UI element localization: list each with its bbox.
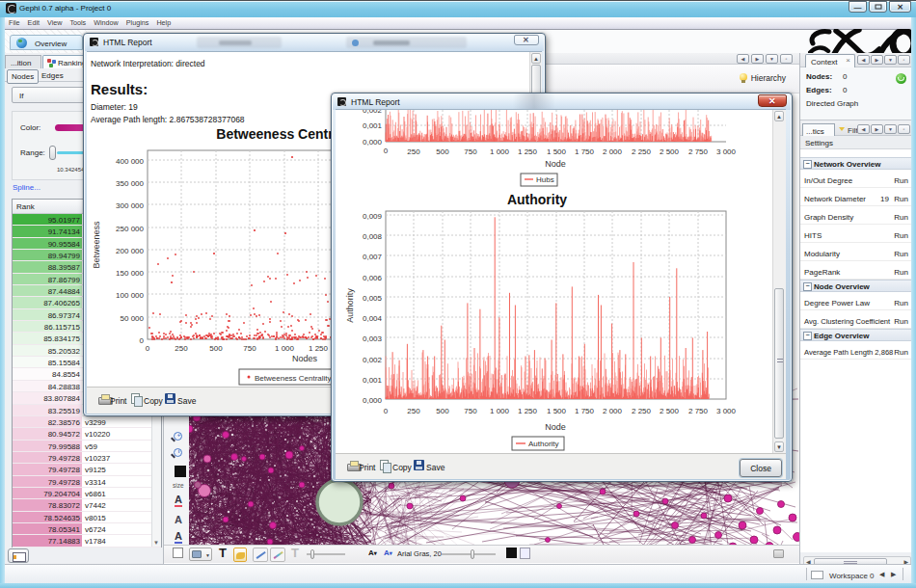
svg-text:250: 250 xyxy=(407,147,420,156)
svg-text:400 000: 400 000 xyxy=(116,157,144,166)
svg-text:0,002: 0,002 xyxy=(363,110,383,115)
svg-text:1 000: 1 000 xyxy=(490,147,510,156)
svg-text:750: 750 xyxy=(243,344,256,353)
svg-text:750: 750 xyxy=(464,407,477,415)
svg-text:0: 0 xyxy=(140,336,145,345)
svg-text:3 000: 3 000 xyxy=(716,147,737,156)
svg-text:250: 250 xyxy=(407,407,420,415)
svg-text:0,003: 0,003 xyxy=(363,334,383,343)
svg-text:Hubs: Hubs xyxy=(536,175,554,184)
svg-text:1 000: 1 000 xyxy=(490,407,510,415)
svg-text:Diameter: 19: Diameter: 19 xyxy=(91,102,138,112)
svg-text:Node: Node xyxy=(545,422,566,432)
svg-text:2 000: 2 000 xyxy=(603,147,623,156)
svg-text:300 000: 300 000 xyxy=(116,201,144,210)
svg-text:Authority: Authority xyxy=(528,440,559,448)
svg-text:1 500: 1 500 xyxy=(547,147,567,156)
svg-text:Network Interpretation: direct: Network Interpretation: directed xyxy=(91,59,205,68)
svg-text:0,004: 0,004 xyxy=(363,314,383,323)
svg-text:0,009: 0,009 xyxy=(363,212,383,221)
svg-text:2 250: 2 250 xyxy=(632,147,652,156)
svg-text:1 250: 1 250 xyxy=(309,344,329,353)
svg-text:500: 500 xyxy=(209,344,223,353)
svg-text:1 250: 1 250 xyxy=(518,147,538,156)
svg-text:1 500: 1 500 xyxy=(547,407,567,415)
svg-text:750: 750 xyxy=(464,147,477,156)
svg-text:0,001: 0,001 xyxy=(363,121,383,130)
svg-text:3 000: 3 000 xyxy=(716,407,737,415)
svg-text:0,006: 0,006 xyxy=(363,274,383,282)
svg-text:Betweeness: Betweeness xyxy=(92,221,101,269)
svg-text:Results:: Results: xyxy=(91,81,148,97)
svg-text:Nodes: Nodes xyxy=(292,354,318,363)
svg-text:1 750: 1 750 xyxy=(575,147,595,156)
svg-text:1 000: 1 000 xyxy=(275,344,295,353)
svg-text:0,002: 0,002 xyxy=(363,356,383,364)
svg-text:Authority: Authority xyxy=(345,288,355,323)
svg-text:500: 500 xyxy=(436,407,449,415)
svg-text:2 750: 2 750 xyxy=(688,147,709,156)
svg-text:0: 0 xyxy=(384,147,389,155)
svg-text:Average Path length: 2.8675387: Average Path length: 2.867538728377068 xyxy=(91,115,245,124)
svg-text:350 000: 350 000 xyxy=(116,179,144,188)
svg-text:Authority: Authority xyxy=(507,192,567,207)
svg-text:0,008: 0,008 xyxy=(363,232,383,241)
svg-text:0: 0 xyxy=(146,344,150,353)
svg-text:250: 250 xyxy=(175,344,188,353)
svg-text:150 000: 150 000 xyxy=(116,269,144,278)
svg-text:2 500: 2 500 xyxy=(660,407,680,415)
svg-text:2 250: 2 250 xyxy=(632,407,652,415)
svg-text:100 000: 100 000 xyxy=(116,291,144,300)
svg-text:200 000: 200 000 xyxy=(116,247,144,255)
svg-text:250 000: 250 000 xyxy=(116,225,144,233)
svg-text:2 000: 2 000 xyxy=(603,407,623,415)
svg-text:1 750: 1 750 xyxy=(575,407,595,415)
svg-text:2 750: 2 750 xyxy=(688,407,709,415)
svg-text:0,001: 0,001 xyxy=(363,376,383,385)
svg-text:0,005: 0,005 xyxy=(363,294,383,303)
svg-text:0: 0 xyxy=(384,407,389,415)
svg-text:50 000: 50 000 xyxy=(121,314,145,323)
svg-text:0,000: 0,000 xyxy=(363,138,383,147)
svg-text:2 500: 2 500 xyxy=(660,147,680,156)
svg-text:1 250: 1 250 xyxy=(518,407,538,415)
svg-text:Node: Node xyxy=(545,159,566,169)
svg-text:500: 500 xyxy=(436,147,449,156)
svg-text:0,000: 0,000 xyxy=(363,396,383,405)
svg-text:Betweeness Centrality: Betweeness Centrality xyxy=(255,374,332,383)
svg-text:0,007: 0,007 xyxy=(363,253,383,261)
